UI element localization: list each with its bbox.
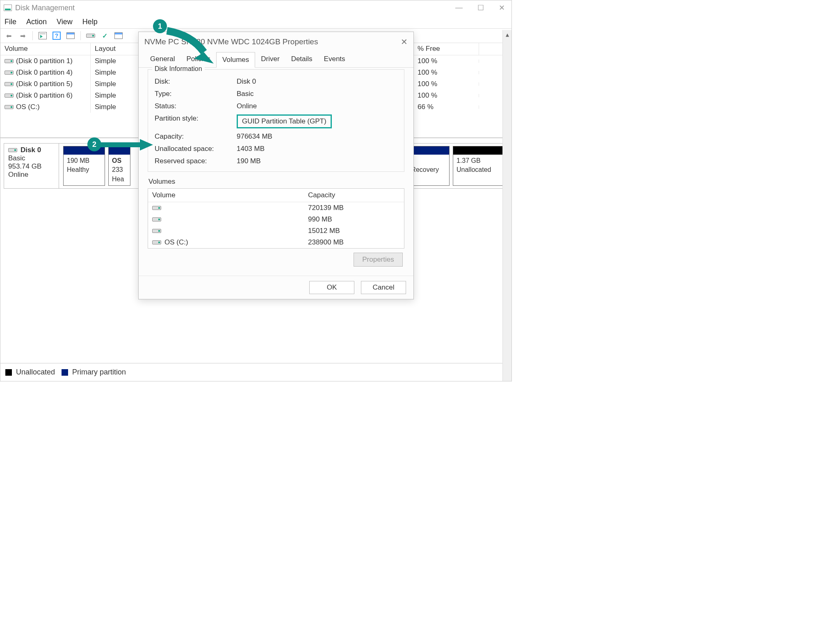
vertical-scrollbar[interactable]: ▴ — [502, 30, 511, 381]
panel-toggle-icon[interactable] — [66, 31, 75, 41]
label-disk: Disk: — [155, 78, 237, 86]
vlist-capacity: 238900 MB — [308, 238, 344, 247]
partition-block[interactable]: 190 MBHealthy — [63, 146, 105, 186]
value-partition-style: GUID Partition Table (GPT) — [237, 114, 332, 128]
drive-icon — [5, 71, 14, 75]
label-status: Status: — [155, 102, 237, 110]
col-layout[interactable]: Layout — [91, 43, 140, 55]
label-reserved: Reserved space: — [155, 157, 237, 165]
arrow-1-icon — [163, 27, 220, 68]
volume-layout: Simple — [91, 78, 140, 90]
vlist-name: OS (C:) — [164, 238, 188, 247]
refresh-icon[interactable] — [86, 31, 96, 41]
legend-label-primary: Primary partition — [72, 368, 126, 377]
menu-view[interactable]: View — [57, 18, 73, 26]
maximize-button[interactable]: ☐ — [477, 3, 484, 12]
disk-properties-dialog: NVMe PC SN730 NVMe WDC 1024GB Properties… — [138, 32, 414, 299]
menu-help[interactable]: Help — [82, 18, 98, 26]
disk-management-icon — [4, 5, 12, 11]
vlist-header-volume[interactable]: Volume — [152, 191, 308, 199]
value-capacity: 976634 MB — [237, 132, 397, 141]
label-unallocated: Unallocated space: — [155, 145, 237, 153]
volume-name: (Disk 0 partition 1) — [16, 57, 73, 65]
vlist-row[interactable]: 15012 MB — [148, 225, 404, 237]
dialog-buttons: OK Cancel — [139, 276, 413, 299]
arrow-2-icon — [100, 137, 154, 152]
value-type: Basic — [237, 90, 397, 98]
window-controls: — ☐ ✕ — [455, 3, 508, 12]
partition-unallocated[interactable]: 1.37 GBUnallocated — [453, 146, 506, 186]
volume-layout: Simple — [91, 90, 140, 101]
close-button[interactable]: ✕ — [499, 3, 505, 12]
volume-free: 100 % — [413, 55, 479, 67]
vlist-header-capacity[interactable]: Capacity — [308, 191, 335, 199]
vlist-capacity: 990 MB — [308, 215, 332, 224]
minimize-button[interactable]: — — [455, 3, 463, 12]
titlebar: Disk Management — ☐ ✕ — [0, 0, 511, 15]
volume-free: 66 % — [413, 101, 479, 113]
disk-icon — [8, 148, 17, 152]
legend-swatch-primary — [62, 369, 68, 376]
drive-icon — [5, 82, 14, 86]
volumes-sublabel: Volumes — [148, 178, 404, 186]
drive-icon — [152, 240, 161, 244]
menu-file[interactable]: File — [5, 18, 16, 26]
tab-events[interactable]: Events — [318, 52, 351, 67]
callout-2: 2 — [87, 137, 101, 151]
vlist-row[interactable]: 990 MB — [148, 214, 404, 225]
volume-layout: Simple — [91, 55, 140, 67]
vlist-capacity: 15012 MB — [308, 227, 340, 235]
disk-status: Online — [8, 171, 55, 179]
tab-volumes[interactable]: Volumes — [216, 52, 255, 68]
value-status: Online — [237, 102, 397, 110]
show-hide-tree-icon[interactable] — [38, 31, 48, 41]
legend-swatch-unallocated — [5, 369, 12, 376]
help-icon[interactable]: ? — [52, 31, 62, 41]
svg-marker-2 — [140, 139, 153, 151]
drive-icon — [5, 105, 14, 109]
menubar: File Action View Help — [0, 15, 511, 28]
disk-size: 953.74 GB — [8, 162, 55, 171]
ok-button[interactable]: OK — [309, 281, 354, 294]
dialog-body: Disk Information Disk:Disk 0 Type:Basic … — [139, 68, 413, 276]
drive-icon — [152, 217, 161, 221]
list-toggle-icon[interactable] — [114, 31, 123, 41]
label-capacity: Capacity: — [155, 132, 237, 141]
volume-free: 100 % — [413, 90, 479, 101]
back-icon[interactable] — [4, 31, 14, 41]
vlist-capacity: 720139 MB — [308, 204, 344, 212]
vlist-row[interactable]: 720139 MB — [148, 202, 404, 214]
window-title: Disk Management — [15, 4, 75, 12]
disk-info[interactable]: Disk 0 Basic 953.74 GB Online — [4, 144, 59, 188]
dialog-close-icon[interactable]: ✕ — [401, 37, 408, 47]
tab-details[interactable]: Details — [285, 52, 318, 67]
forward-icon[interactable] — [18, 31, 27, 41]
scroll-up-arrow-icon[interactable]: ▴ — [503, 30, 511, 39]
value-disk: Disk 0 — [237, 78, 397, 86]
volume-name: (Disk 0 partition 6) — [16, 91, 73, 100]
volumes-listbox[interactable]: Volume Capacity 720139 MB990 MB15012 MBO… — [148, 188, 404, 249]
volume-layout: Simple — [91, 101, 140, 113]
svg-marker-0 — [194, 52, 214, 64]
properties-button[interactable]: Properties — [354, 253, 403, 267]
rescan-icon[interactable] — [100, 31, 110, 41]
volume-free: 100 % — [413, 78, 479, 90]
tab-driver[interactable]: Driver — [255, 52, 285, 67]
volume-name: (Disk 0 partition 5) — [16, 80, 73, 88]
disk-type: Basic — [8, 154, 55, 162]
col-free[interactable]: % Free — [413, 43, 479, 55]
svg-rect-1 — [100, 142, 140, 147]
value-unallocated: 1403 MB — [237, 145, 397, 153]
disk-name: Disk 0 — [21, 146, 41, 154]
disk-management-window: Disk Management — ☐ ✕ File Action View H… — [0, 0, 512, 381]
drive-icon — [152, 206, 161, 210]
menu-action[interactable]: Action — [26, 18, 47, 26]
drive-icon — [152, 229, 161, 233]
label-type: Type: — [155, 90, 237, 98]
cancel-button[interactable]: Cancel — [361, 281, 406, 294]
volume-name: OS (C:) — [16, 103, 40, 111]
vlist-row[interactable]: OS (C:)238900 MB — [148, 237, 404, 248]
toolbar-separator — [32, 31, 33, 40]
col-volume[interactable]: Volume — [0, 43, 91, 55]
legend-label-unallocated: Unallocated — [16, 368, 55, 377]
